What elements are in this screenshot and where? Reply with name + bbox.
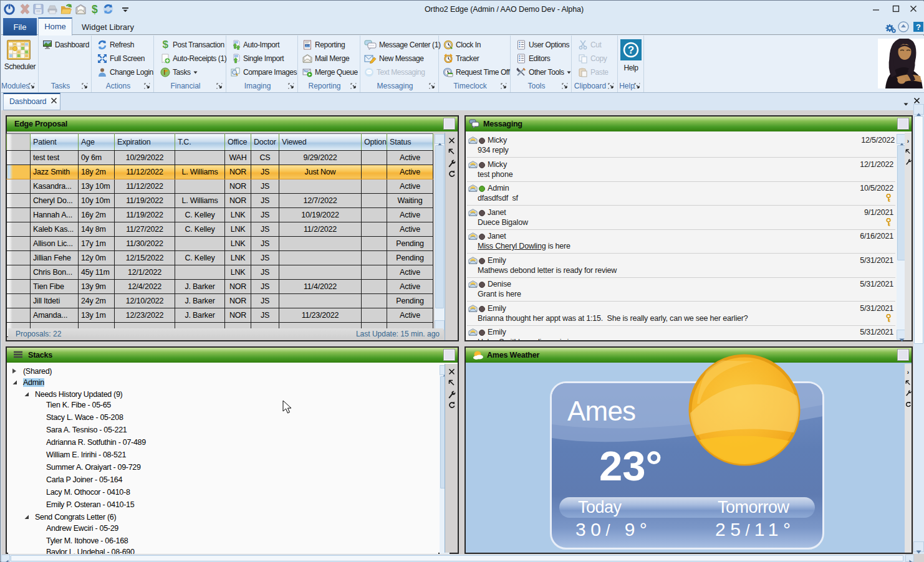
svg-text:?: ? [628, 44, 634, 56]
svg-text:$: $ [92, 3, 98, 15]
